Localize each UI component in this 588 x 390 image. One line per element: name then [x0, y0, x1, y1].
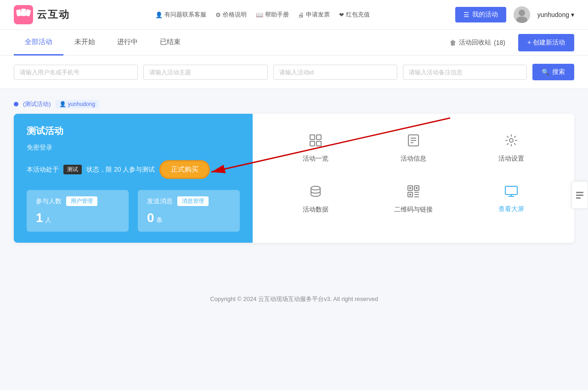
tab-recycle[interactable]: 🗑 活动回收站 (18) [442, 39, 513, 47]
search-theme-input[interactable] [143, 65, 267, 80]
svg-rect-32 [576, 195, 583, 196]
user-tag: 👤 yunhudong [56, 100, 99, 108]
action-view-screen-label: 查看大屏 [498, 205, 524, 213]
stat-messages-value: 0 条 [147, 211, 231, 225]
svg-rect-33 [576, 197, 581, 199]
search-bar: 🔍 搜索 [0, 56, 588, 89]
test-badge: 测试 [63, 165, 82, 174]
status-suffix: 状态，限 20 人参与测试 [86, 166, 155, 174]
action-activity-list[interactable]: 活动一览 [266, 123, 364, 174]
svg-point-15 [509, 139, 513, 142]
status-text: 本活动处于 [27, 166, 59, 174]
user-management-button[interactable]: 用户管理 [66, 196, 97, 206]
svg-rect-26 [505, 186, 517, 195]
action-view-screen[interactable]: 查看大屏 [463, 174, 560, 225]
svg-point-5 [519, 10, 525, 16]
svg-rect-7 [310, 135, 315, 139]
svg-rect-2 [21, 9, 26, 17]
search-username-input[interactable] [14, 65, 138, 80]
nav-support[interactable]: 👤 有问题联系客服 [155, 11, 206, 19]
avatar [514, 6, 530, 23]
footer-text: Copyright © 2024 云互动现场互动服务平台v3. All righ… [210, 295, 378, 302]
logo: 云互动 [14, 5, 70, 24]
action-activity-list-label: 活动一览 [303, 155, 328, 163]
card-left-panel: 测试活动 免密登录 本活动处于 测试 状态，限 20 人参与测试 正式购买 参与… [14, 114, 253, 243]
action-activity-info[interactable]: 活动信息 [364, 123, 462, 174]
svg-rect-10 [317, 141, 321, 146]
stat-participants-value: 1 人 [36, 211, 119, 225]
card-title: 测试活动 [27, 125, 240, 137]
svg-rect-8 [317, 135, 321, 139]
username-display[interactable]: yunhudong ▾ [537, 11, 574, 18]
tab-all[interactable]: 全部活动 [14, 30, 63, 56]
nav-redpacket[interactable]: ❤ 红包充值 [339, 11, 370, 19]
card-right-panel: 活动一览 活动信息 [253, 114, 574, 243]
action-activity-info-label: 活动信息 [401, 155, 426, 163]
search-icon: 🔍 [542, 68, 549, 76]
screen-icon [504, 185, 518, 201]
search-note-input[interactable] [403, 65, 527, 80]
tab-ended[interactable]: 已结束 [149, 30, 192, 56]
grid-icon [309, 134, 322, 150]
action-activity-data-label: 活动数据 [303, 206, 328, 214]
svg-rect-22 [409, 194, 411, 195]
message-management-button[interactable]: 消息管理 [177, 196, 209, 206]
trash-icon: 🗑 [450, 39, 456, 46]
main-content: (测试活动) 👤 yunhudong 测试活动 免密登录 本活动处于 测试 状态… [0, 89, 588, 254]
qrcode-icon [407, 185, 420, 201]
nav-help[interactable]: 📖 帮助手册 [256, 11, 289, 19]
nav-pricing[interactable]: ⚙ 价格说明 [215, 11, 247, 19]
pricing-icon: ⚙ [215, 11, 221, 18]
buy-button[interactable]: 正式购买 [159, 160, 210, 179]
gear-icon [505, 134, 518, 150]
stat-participants-label: 参与人数 [36, 197, 62, 206]
user-icon: 👤 [59, 101, 66, 107]
svg-rect-21 [416, 187, 418, 189]
footer: Copyright © 2024 云互动现场互动服务平台v3. All righ… [0, 281, 588, 317]
activity-meta: (测试活动) 👤 yunhudong [14, 100, 574, 108]
activity-card-container: 测试活动 免密登录 本活动处于 测试 状态，限 20 人参与测试 正式购买 参与… [14, 114, 574, 243]
card-login-type: 免密登录 [27, 144, 240, 152]
svg-rect-9 [310, 141, 315, 146]
stat-participants-header: 参与人数 用户管理 [36, 196, 119, 206]
card-stats: 参与人数 用户管理 1 人 发送消息 消息管理 [27, 190, 240, 232]
help-icon: 📖 [256, 11, 263, 18]
svg-rect-31 [576, 192, 583, 193]
tabs-bar: 全部活动 未开始 进行中 已结束 🗑 活动回收站 (18) + 创建新活动 [0, 30, 588, 56]
action-activity-settings-label: 活动设置 [498, 155, 524, 163]
tab-not-started[interactable]: 未开始 [63, 30, 106, 56]
stat-participants: 参与人数 用户管理 1 人 [27, 190, 129, 232]
status-dot [14, 102, 18, 106]
logo-icon [14, 5, 33, 24]
my-activity-button[interactable]: ☰ 我的活动 [455, 7, 506, 22]
sidebar-toggle-button[interactable] [571, 181, 588, 209]
activity-card: 测试活动 免密登录 本活动处于 测试 状态，限 20 人参与测试 正式购买 参与… [14, 114, 574, 243]
activity-name-tag[interactable]: (测试活动) [23, 100, 51, 108]
svg-rect-20 [409, 187, 411, 189]
search-id-input[interactable] [273, 65, 397, 80]
redpacket-icon: ❤ [339, 11, 344, 18]
header: 云互动 👤 有问题联系客服 ⚙ 价格说明 📖 帮助手册 🖨 申请发票 ❤ 红包充… [0, 0, 588, 30]
doc-icon [407, 134, 419, 150]
create-activity-button[interactable]: + 创建新活动 [518, 34, 574, 51]
card-status-row: 本活动处于 测试 状态，限 20 人参与测试 正式购买 [27, 160, 240, 179]
action-qrcode-link-label: 二维码与链接 [394, 206, 433, 214]
action-activity-data[interactable]: 活动数据 [266, 174, 364, 225]
stat-messages-header: 发送消息 消息管理 [147, 196, 231, 206]
stat-messages-label: 发送消息 [147, 197, 173, 206]
nav-links: 👤 有问题联系客服 ⚙ 价格说明 📖 帮助手册 🖨 申请发票 ❤ 红包充值 [155, 11, 370, 19]
tab-in-progress[interactable]: 进行中 [106, 30, 149, 56]
nav-invoice[interactable]: 🖨 申请发票 [298, 11, 330, 19]
stat-messages: 发送消息 消息管理 0 条 [138, 190, 240, 232]
svg-point-16 [311, 186, 320, 190]
database-icon [310, 185, 322, 201]
search-button[interactable]: 🔍 搜索 [532, 64, 574, 80]
support-icon: 👤 [155, 11, 163, 18]
action-qrcode-link[interactable]: 二维码与链接 [364, 174, 462, 225]
nav-right: ☰ 我的活动 yunhudong ▾ [455, 6, 574, 23]
action-activity-settings[interactable]: 活动设置 [463, 123, 560, 174]
invoice-icon: 🖨 [298, 11, 304, 18]
logo-text: 云互动 [37, 8, 70, 22]
menu-icon: ☰ [464, 11, 469, 18]
